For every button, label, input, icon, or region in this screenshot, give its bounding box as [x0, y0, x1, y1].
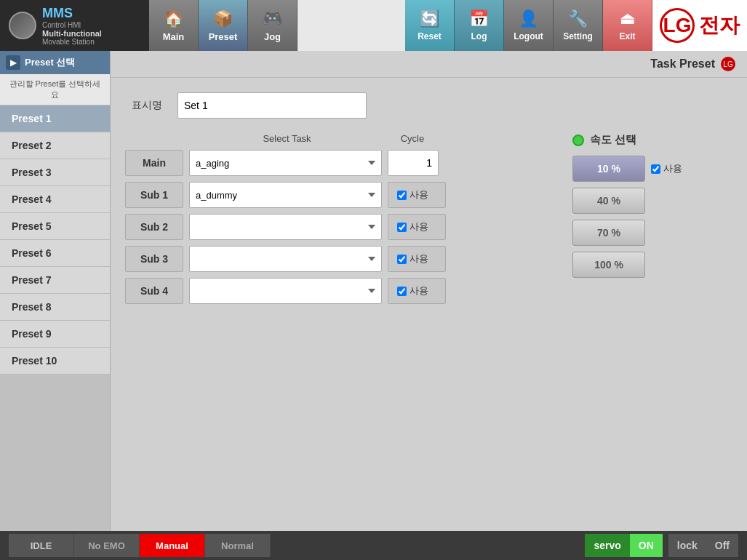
speed-dot-icon	[572, 135, 584, 146]
logout-icon: 👤	[519, 9, 538, 28]
reset-label: Reset	[418, 31, 442, 41]
header: MMS Control HMI Multi-functional Movable…	[0, 0, 747, 51]
nav-main-button[interactable]: 🏠 Main	[149, 0, 199, 51]
servo-group: servo ON	[585, 534, 662, 557]
speed-row-40: 40 %	[572, 188, 732, 214]
speed-title: 속도 선택	[590, 133, 636, 147]
servo-label: servo	[585, 534, 629, 557]
nav-buttons: 🏠 Main 📦 Preset 🎮 Jog	[149, 0, 297, 51]
task-label-sub4: Sub 4	[125, 278, 183, 304]
speed-row-100: 100 %	[572, 252, 732, 278]
status-no-emo: No EMO	[74, 534, 140, 557]
nav-preset-button[interactable]: 📦 Preset	[199, 0, 248, 51]
logout-label: Logout	[514, 31, 543, 41]
servo-state: ON	[630, 534, 663, 557]
status-manual: Manual	[140, 534, 205, 557]
task-select-sub3[interactable]: a_aging a_dummy	[189, 246, 382, 272]
use-label-sub2: 사용	[410, 220, 428, 233]
speed-use-label-10: 사용	[663, 162, 682, 175]
lg-logo-area: LG 전자	[652, 0, 747, 51]
sidebar-item-preset1[interactable]: Preset 1	[0, 105, 110, 132]
use-label-sub1: 사용	[410, 188, 428, 201]
main-panel: Task Preset LG 표시명 Select Task Cycle Ma	[111, 51, 747, 531]
logo-area: MMS Control HMI Multi-functional Movable…	[0, 0, 149, 51]
logout-button[interactable]: 👤 Logout	[504, 0, 554, 51]
sidebar-item-preset3[interactable]: Preset 3	[0, 159, 110, 186]
exit-label: Exit	[619, 31, 635, 41]
setting-label: Setting	[563, 31, 593, 41]
task-label-sub1: Sub 1	[125, 182, 183, 208]
logo-movable: Movable Station	[42, 38, 102, 46]
home-icon: 🏠	[164, 9, 183, 28]
exit-icon: ⏏	[620, 9, 635, 28]
use-label-sub3: 사용	[410, 252, 428, 265]
speed-10-button[interactable]: 10 %	[572, 156, 645, 182]
jog-icon: 🎮	[263, 9, 282, 28]
use-check-sub1[interactable]	[397, 191, 407, 200]
task-section: Select Task Cycle Main a_aging a_dummy	[125, 133, 732, 310]
sidebar-header: ▶ Preset 선택	[0, 51, 110, 74]
exit-button[interactable]: ⏏ Exit	[603, 0, 652, 51]
task-row-sub2: Sub 2 a_aging a_dummy 사용	[125, 214, 543, 240]
logo-multi: Multi-functional	[42, 29, 102, 38]
speed-use-check-10[interactable]	[651, 164, 660, 174]
use-check-sub3[interactable]	[397, 255, 407, 264]
sidebar-item-preset10[interactable]: Preset 10	[0, 348, 110, 375]
use-checkbox-sub4: 사용	[388, 278, 446, 304]
lock-state: Off	[706, 534, 738, 557]
log-icon: 📅	[469, 9, 489, 28]
sidebar-item-preset5[interactable]: Preset 5	[0, 213, 110, 240]
task-row-main: Main a_aging a_dummy	[125, 150, 543, 176]
header-spacer	[297, 0, 405, 51]
cycle-header: Cycle	[383, 133, 442, 144]
status-idle: IDLE	[9, 534, 74, 557]
sidebar-subtitle: 관리할 Preset를 선택하세요	[0, 74, 110, 105]
reset-button[interactable]: 🔄 Reset	[405, 0, 455, 51]
task-header-row: Select Task Cycle	[125, 133, 543, 144]
logo-icon	[9, 12, 36, 39]
task-select-sub1[interactable]: a_dummy a_aging	[189, 182, 382, 208]
nav-jog-label: Jog	[264, 31, 281, 42]
sidebar-item-preset6[interactable]: Preset 6	[0, 240, 110, 267]
task-label-main: Main	[125, 150, 183, 176]
sidebar-item-preset9[interactable]: Preset 9	[0, 321, 110, 348]
setting-button[interactable]: 🔧 Setting	[554, 0, 603, 51]
sidebar-item-preset8[interactable]: Preset 8	[0, 294, 110, 321]
speed-use-10: 사용	[651, 162, 682, 175]
preset-nav-icon: 📦	[213, 9, 233, 28]
use-label-sub4: 사용	[410, 284, 428, 297]
use-check-sub2[interactable]	[397, 223, 407, 232]
task-row-sub3: Sub 3 a_aging a_dummy 사용	[125, 246, 543, 272]
task-select-sub4[interactable]: a_aging a_dummy	[189, 278, 382, 304]
status-normal: Normal	[205, 534, 271, 557]
task-select-sub2[interactable]: a_aging a_dummy	[189, 214, 382, 240]
display-name-input[interactable]	[177, 92, 367, 119]
display-name-row: 표시명	[125, 92, 732, 119]
sidebar-item-preset4[interactable]: Preset 4	[0, 186, 110, 213]
sidebar-icon: ▶	[6, 55, 20, 70]
nav-jog-button[interactable]: 🎮 Jog	[248, 0, 297, 51]
task-label-sub2: Sub 2	[125, 214, 183, 240]
use-checkbox-sub3: 사용	[388, 246, 446, 272]
log-label: Log	[471, 31, 487, 41]
select-task-header: Select Task	[191, 133, 383, 144]
task-row-sub1: Sub 1 a_dummy a_aging 사용	[125, 182, 543, 208]
status-bar: IDLE No EMO Manual Normal servo ON lock …	[0, 531, 747, 560]
speed-40-button[interactable]: 40 %	[572, 188, 645, 214]
sidebar-item-preset2[interactable]: Preset 2	[0, 132, 110, 159]
speed-row-10: 10 % 사용	[572, 156, 732, 182]
lock-label: lock	[668, 534, 706, 557]
panel-title: Task Preset	[650, 57, 715, 71]
speed-70-button[interactable]: 70 %	[572, 220, 645, 246]
cycle-input-main[interactable]	[388, 150, 439, 176]
sidebar-item-preset7[interactable]: Preset 7	[0, 267, 110, 294]
logo-mms: MMS	[42, 6, 102, 21]
panel-header: Task Preset LG	[111, 51, 747, 78]
task-select-main[interactable]: a_aging a_dummy	[189, 150, 382, 176]
lg-circle-logo: LG	[660, 8, 695, 43]
speed-100-button[interactable]: 100 %	[572, 252, 645, 278]
use-check-sub4[interactable]	[397, 287, 407, 296]
use-checkbox-sub2: 사용	[388, 214, 446, 240]
use-checkbox-sub1: 사용	[388, 182, 446, 208]
log-button[interactable]: 📅 Log	[455, 0, 504, 51]
